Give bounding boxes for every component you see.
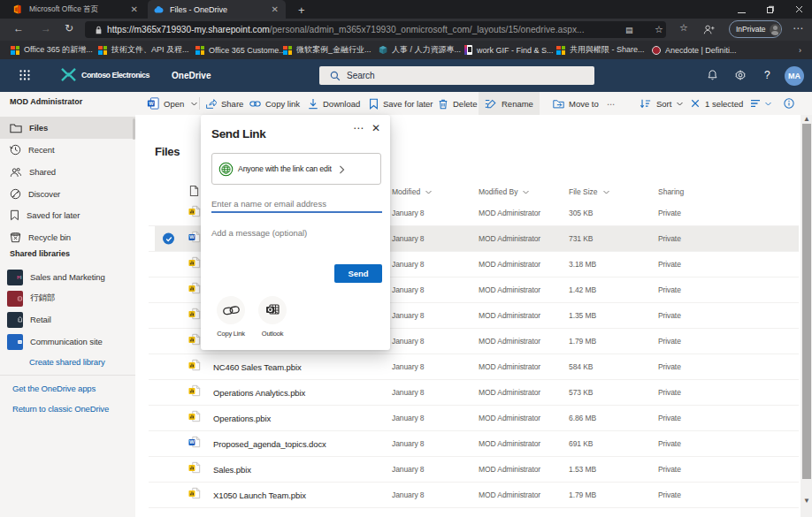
svg-text:W: W (149, 101, 154, 106)
svg-text:W: W (189, 439, 195, 445)
svg-text:W: W (189, 234, 195, 239)
